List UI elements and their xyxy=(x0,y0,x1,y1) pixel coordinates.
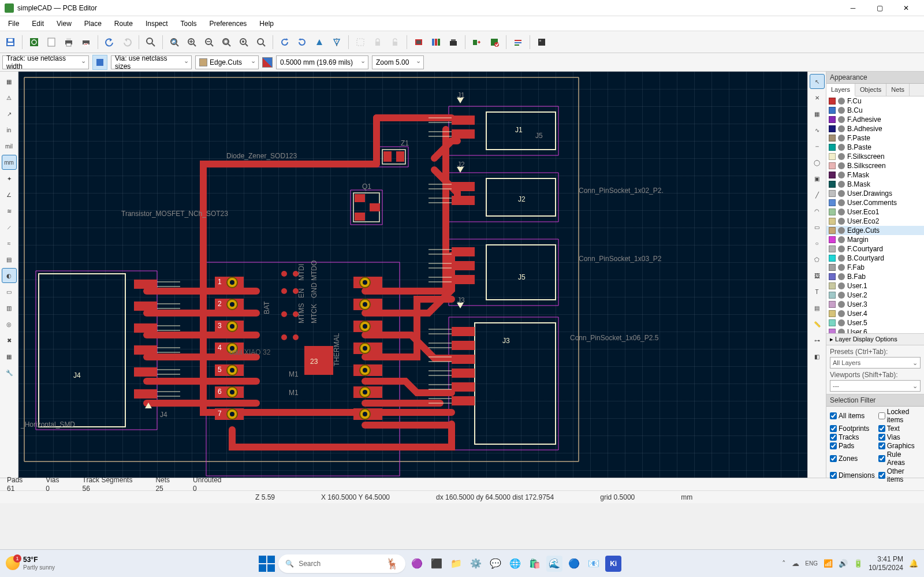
layer-visibility-icon[interactable] xyxy=(838,153,845,160)
ltool-trace[interactable]: ≋ xyxy=(2,203,17,218)
layer-row[interactable]: B.Silkscreen xyxy=(826,161,924,170)
layer-visibility-icon[interactable] xyxy=(838,218,845,225)
save-button[interactable] xyxy=(2,34,18,50)
rtool-arc[interactable]: ◠ xyxy=(810,203,825,218)
weather-icon[interactable] xyxy=(6,556,20,570)
selfilter-graphics[interactable]: Graphics xyxy=(878,442,921,450)
menu-help[interactable]: Help xyxy=(254,18,280,29)
tray-volume-icon[interactable]: 🔊 xyxy=(839,559,848,568)
layer-visibility-icon[interactable] xyxy=(838,255,845,262)
unlock-button[interactable] xyxy=(387,34,403,50)
drc-button[interactable] xyxy=(486,34,502,50)
layer-visibility-icon[interactable] xyxy=(838,181,845,188)
layer-row[interactable]: F.Fab xyxy=(826,263,924,272)
tray-wifi-icon[interactable]: 📶 xyxy=(824,559,833,568)
layer-row[interactable]: B.Courtyard xyxy=(826,254,924,263)
tray-chevron-icon[interactable]: ˄ xyxy=(782,559,786,568)
layer-row[interactable]: F.Silkscreen xyxy=(826,152,924,161)
rtool-cross[interactable]: ✕ xyxy=(810,90,825,105)
layer-visibility-icon[interactable] xyxy=(838,264,845,271)
redo-button[interactable] xyxy=(119,34,135,50)
zoom-dropdown[interactable]: Zoom 5.00 xyxy=(372,55,424,69)
menu-view[interactable]: View xyxy=(51,18,77,29)
ltool-hatch[interactable]: ▤ xyxy=(2,252,17,267)
rtool-poly[interactable]: ⬠ xyxy=(810,252,825,267)
layer-row[interactable]: User.6 xyxy=(826,327,924,333)
scripting-button[interactable] xyxy=(510,34,526,50)
menu-file[interactable]: File xyxy=(2,18,25,29)
rtool-circ[interactable]: ○ xyxy=(810,236,825,251)
task-explorer-icon[interactable]: 📁 xyxy=(448,556,464,572)
page-settings-button[interactable] xyxy=(43,34,59,50)
rtool-grid[interactable]: ▦ xyxy=(810,106,825,121)
menu-route[interactable]: Route xyxy=(109,18,139,29)
layer-row[interactable]: User.Eco2 xyxy=(826,217,924,226)
task-edge-icon[interactable]: 🌊 xyxy=(546,556,562,572)
tab-layers[interactable]: Layers xyxy=(826,84,855,96)
menu-place[interactable]: Place xyxy=(79,18,107,29)
ltool-mil[interactable]: mil xyxy=(2,139,17,154)
task-dell-icon[interactable]: 🔵 xyxy=(566,556,582,572)
selfilter-vias[interactable]: Vias xyxy=(878,433,921,441)
layer-row[interactable]: User.3 xyxy=(826,300,924,309)
find-button[interactable] xyxy=(143,34,159,50)
layer-visibility-icon[interactable] xyxy=(838,292,845,299)
ltool-warn[interactable]: ⚠ xyxy=(2,90,17,105)
tray-lang-icon[interactable]: ENG xyxy=(805,560,818,567)
footprint-editor-button[interactable] xyxy=(411,34,427,50)
zoom-selection-button[interactable] xyxy=(253,34,269,50)
layer-row[interactable]: Edge.Cuts xyxy=(826,226,924,235)
task-outlook-icon[interactable]: 📧 xyxy=(586,556,602,572)
layer-visibility-icon[interactable] xyxy=(838,116,845,123)
layer-list[interactable]: F.CuB.CuF.AdhesiveB.AdhesiveF.PasteB.Pas… xyxy=(826,96,924,333)
layer-row[interactable]: User.2 xyxy=(826,291,924,300)
rtool-ring[interactable]: ◯ xyxy=(810,155,825,170)
layer-swatch-icon[interactable] xyxy=(262,57,273,68)
layer-visibility-icon[interactable] xyxy=(838,301,845,308)
ltool-trace2[interactable]: ⟋ xyxy=(2,219,17,234)
layer-row[interactable]: User.Eco1 xyxy=(826,207,924,217)
selfilter-dimensions[interactable]: Dimensions xyxy=(830,467,875,483)
ltool-blend[interactable]: ≈ xyxy=(2,236,17,251)
ltool-in[interactable]: in xyxy=(2,122,17,137)
zoom-in-button[interactable] xyxy=(184,34,200,50)
hide-show-button[interactable] xyxy=(534,34,550,50)
layer-visibility-icon[interactable] xyxy=(838,329,845,333)
start-button[interactable] xyxy=(259,556,275,572)
auto-track-button[interactable] xyxy=(92,55,107,70)
rtool-arrow[interactable]: ↖ xyxy=(810,74,825,89)
taskbar-clock[interactable]: 3:41 PM10/15/2024 xyxy=(869,555,903,572)
layer-row[interactable]: B.Fab xyxy=(826,272,924,281)
undo-button[interactable] xyxy=(102,34,118,50)
ltool-snap[interactable]: ✦ xyxy=(2,171,17,186)
board-setup-button[interactable] xyxy=(26,34,42,50)
layer-row[interactable]: B.Paste xyxy=(826,143,924,152)
ltool-chip[interactable]: ▥ xyxy=(2,300,17,315)
zoom-refresh-button[interactable] xyxy=(166,34,182,50)
ltool-slope[interactable]: ↗ xyxy=(2,106,17,121)
selfilter-footprints[interactable]: Footprints xyxy=(830,425,875,433)
rtool-table[interactable]: ▤ xyxy=(810,300,825,315)
layer-visibility-icon[interactable] xyxy=(838,190,845,197)
layer-row[interactable]: User.5 xyxy=(826,318,924,327)
task-chrome-icon[interactable]: 🌐 xyxy=(507,556,523,572)
ltool-ang[interactable]: ∠ xyxy=(2,187,17,202)
tray-onedrive-icon[interactable]: ☁ xyxy=(792,559,799,568)
layer-visibility-icon[interactable] xyxy=(838,209,845,215)
zoom-out-button[interactable] xyxy=(201,34,217,50)
presets-dropdown[interactable]: All Layers xyxy=(830,357,921,368)
viewports-dropdown[interactable]: --- xyxy=(830,380,921,392)
layer-visibility-icon[interactable] xyxy=(838,282,845,289)
layer-visibility-icon[interactable] xyxy=(838,245,845,252)
task-store-icon[interactable]: 🛍️ xyxy=(527,556,543,572)
layer-visibility-icon[interactable] xyxy=(838,310,845,317)
tab-nets[interactable]: Nets xyxy=(886,84,910,96)
layer-visibility-icon[interactable] xyxy=(838,227,845,234)
layer-row[interactable]: F.Mask xyxy=(826,170,924,180)
selfilter-text[interactable]: Text xyxy=(878,425,921,433)
grid-dropdown[interactable]: 0.5000 mm (19.69 mils) xyxy=(276,55,368,69)
group-button[interactable] xyxy=(352,34,368,50)
layer-visibility-icon[interactable] xyxy=(838,172,845,178)
rtool-ruler[interactable]: 📏 xyxy=(810,317,825,332)
tab-objects[interactable]: Objects xyxy=(855,84,886,96)
